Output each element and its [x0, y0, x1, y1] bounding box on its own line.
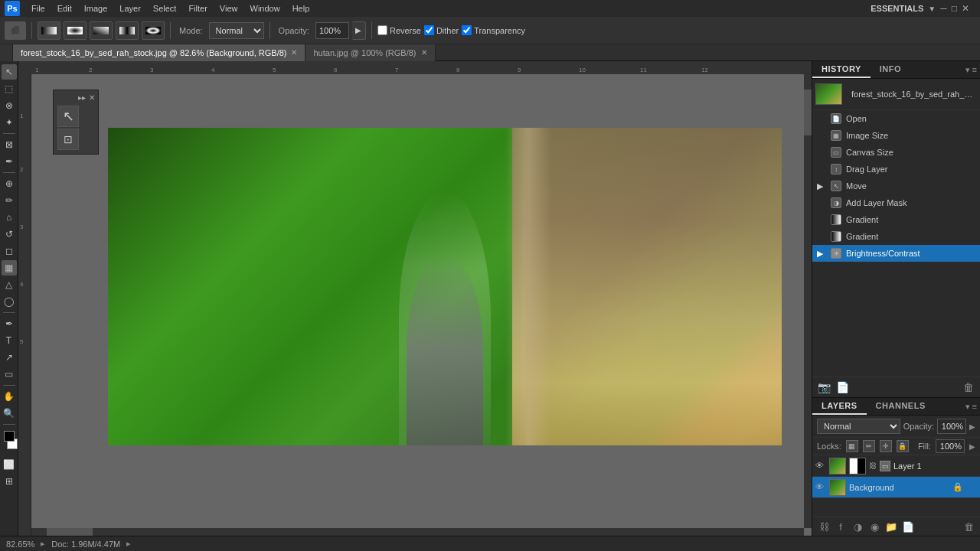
tool-eraser[interactable]: ◻ — [2, 243, 17, 259]
menu-filter[interactable]: Filter — [183, 2, 212, 15]
menu-help[interactable]: Help — [287, 2, 315, 15]
tool-gradient[interactable]: ▦ — [2, 260, 17, 276]
history-item-move[interactable]: ▶ ↖ Move — [812, 178, 980, 194]
history-item-gradient1[interactable]: Gradient — [812, 211, 980, 228]
tab-layers[interactable]: LAYERS — [812, 398, 867, 415]
menu-window[interactable]: Window — [245, 2, 286, 15]
tool-dodge[interactable]: ◯ — [2, 294, 17, 309]
layer-delete-btn[interactable]: 🗑 — [962, 520, 975, 533]
quick-mask-btn[interactable]: ⬜ — [2, 457, 17, 472]
history-item-addmask[interactable]: ◑ Add Layer Mask — [812, 194, 980, 211]
scrollbar-vertical[interactable] — [804, 74, 812, 528]
opacity-arrow-icon[interactable]: ▶ — [969, 422, 975, 431]
opacity-arrow-btn[interactable]: ▶ — [352, 21, 366, 40]
lock-position-btn[interactable]: ✛ — [880, 440, 892, 452]
lock-all-btn[interactable]: 🔒 — [897, 440, 909, 452]
layer-effects-btn[interactable]: f — [834, 520, 848, 533]
gradient-angle-btn[interactable] — [90, 21, 113, 40]
dither-option[interactable]: Dither — [424, 25, 459, 35]
restore-btn[interactable]: □ — [952, 3, 957, 14]
history-new-doc-btn[interactable]: 📄 — [835, 380, 849, 394]
blend-mode-select[interactable]: Normal Multiply Screen — [817, 419, 900, 434]
gradient-linear-btn[interactable] — [38, 21, 60, 40]
menu-select[interactable]: Select — [148, 2, 182, 15]
tool-magic-wand[interactable]: ✦ — [2, 115, 17, 130]
gradient-radial-btn[interactable] — [64, 21, 87, 40]
layer-item-background[interactable]: 👁 Background 🔒 — [812, 477, 980, 498]
layer-eye-layer1[interactable]: 👁 — [815, 461, 826, 471]
tool-preset-picker[interactable]: ⬛ — [5, 21, 26, 40]
tool-path-select[interactable]: ↗ — [2, 350, 17, 365]
scrollbar-horizontal[interactable] — [31, 528, 804, 536]
tab-info[interactable]: INFO — [871, 61, 910, 78]
history-new-snapshot-btn[interactable]: 📷 — [817, 380, 831, 394]
layer-adjustment-btn[interactable]: ◉ — [867, 520, 881, 533]
history-panel-menu[interactable]: ≡ — [972, 65, 977, 75]
foreground-color[interactable] — [4, 431, 15, 442]
history-item-canvassize[interactable]: ▭ Canvas Size — [812, 144, 980, 161]
opacity-input-layers[interactable] — [937, 419, 966, 434]
tool-hand[interactable]: ✋ — [2, 389, 17, 404]
tab-hutan[interactable]: hutan.jpg @ 100% (RGB/8) ✕ — [305, 44, 435, 61]
scrollbar-v-thumb[interactable] — [804, 90, 812, 135]
opacity-input[interactable] — [315, 22, 349, 39]
tool-crop[interactable]: ⊠ — [2, 137, 17, 152]
canvas-scroll-area[interactable]: ▸▸ ✕ ↖ ⊡ — [31, 74, 812, 536]
reverse-checkbox[interactable] — [377, 25, 387, 35]
dither-checkbox[interactable] — [424, 25, 434, 35]
layer-group-btn[interactable]: 📁 — [884, 520, 898, 533]
tool-marquee[interactable]: ⬚ — [2, 81, 17, 96]
tool-blur[interactable]: △ — [2, 277, 17, 292]
history-delete-btn[interactable]: 🗑 — [962, 380, 975, 394]
tab-forest-close[interactable]: ✕ — [291, 48, 297, 57]
tool-history-brush[interactable]: ↺ — [2, 227, 17, 242]
fp-expand-icon[interactable]: ▸▸ — [78, 93, 86, 102]
layer-new-btn[interactable]: 📄 — [901, 520, 915, 533]
reverse-option[interactable]: Reverse — [377, 25, 421, 35]
history-item-brightness[interactable]: ▶ ☀ Brightness/Contrast — [812, 245, 980, 262]
fill-input[interactable] — [936, 439, 965, 453]
layer-item-layer1[interactable]: 👁 ⛓ ▭ Layer 1 — [812, 455, 980, 477]
menu-view[interactable]: View — [214, 2, 243, 15]
history-item-open[interactable]: 📄 Open — [812, 110, 980, 127]
tool-lasso[interactable]: ⊗ — [2, 98, 17, 113]
transparency-option[interactable]: Transparency — [462, 25, 525, 35]
tab-forest-stock[interactable]: forest_stock_16_by_sed_rah_stock.jpg @ 8… — [13, 44, 305, 61]
tool-brush[interactable]: ✏ — [2, 193, 17, 208]
history-item-draglayer[interactable]: ↕ Drag Layer — [812, 161, 980, 178]
doc-info-expand-icon[interactable]: ▸ — [126, 539, 131, 549]
history-item-gradient2[interactable]: Gradient — [812, 228, 980, 245]
lock-transparent-btn[interactable]: ▦ — [846, 440, 858, 452]
gradient-diamond-btn[interactable] — [142, 21, 165, 40]
screen-mode-btn[interactable]: ⊞ — [2, 474, 17, 489]
layers-panel-collapse[interactable]: ▾ — [965, 402, 970, 412]
tab-hutan-close[interactable]: ✕ — [421, 48, 427, 57]
tab-history[interactable]: HISTORY — [812, 61, 871, 78]
tool-text[interactable]: T — [2, 333, 17, 348]
layer-eye-background[interactable]: 👁 — [815, 482, 826, 493]
canvas-image[interactable] — [108, 128, 782, 445]
fill-arrow-icon[interactable]: ▶ — [969, 442, 975, 451]
fp-frame-tool[interactable]: ⊡ — [57, 129, 79, 150]
transparency-checkbox[interactable] — [462, 25, 472, 35]
gradient-reflected-btn[interactable] — [116, 21, 139, 40]
tool-heal[interactable]: ⊕ — [2, 176, 17, 191]
minimize-btn[interactable]: ─ — [940, 3, 947, 14]
close-btn[interactable]: ✕ — [962, 3, 969, 14]
history-panel-collapse[interactable]: ▾ — [965, 65, 970, 75]
tool-shape[interactable]: ▭ — [2, 367, 17, 382]
tool-zoom[interactable]: 🔍 — [2, 406, 17, 421]
tab-channels[interactable]: CHANNELS — [867, 398, 935, 415]
essentials-dropdown-icon[interactable]: ▼ — [928, 5, 936, 13]
tool-pen[interactable]: ✒ — [2, 316, 17, 331]
mode-select[interactable]: Normal Dissolve Multiply — [209, 22, 264, 39]
menu-layer[interactable]: Layer — [114, 2, 146, 15]
fp-move-tool[interactable]: ↖ — [57, 106, 79, 127]
scrollbar-h-thumb[interactable] — [47, 528, 93, 536]
fp-close-icon[interactable]: ✕ — [89, 93, 95, 102]
tool-eyedropper[interactable]: ✒ — [2, 154, 17, 169]
menu-edit[interactable]: Edit — [52, 2, 77, 15]
layers-panel-menu[interactable]: ≡ — [972, 402, 977, 412]
layer-mask-btn[interactable]: ◑ — [851, 520, 864, 533]
lock-image-btn[interactable]: ✏ — [863, 440, 875, 452]
